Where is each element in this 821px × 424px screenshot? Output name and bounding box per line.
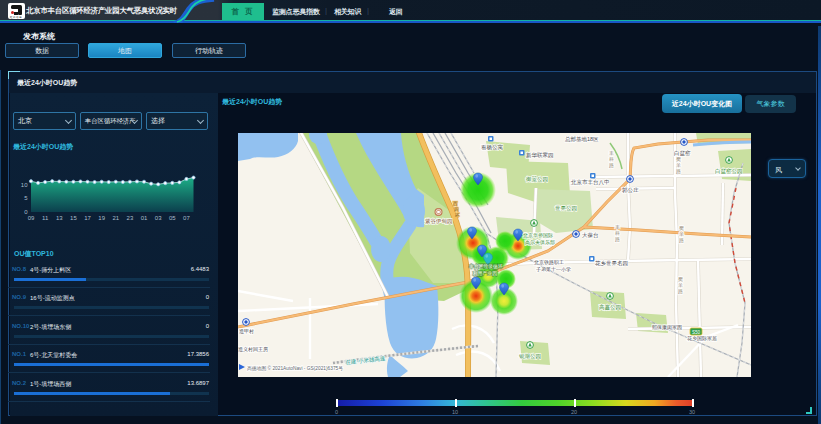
svg-text:大葆台: 大葆台: [582, 232, 599, 238]
svg-text:造甲村: 造甲村: [239, 328, 254, 335]
svg-text:路: 路: [679, 237, 684, 243]
svg-text:5: 5: [24, 195, 28, 201]
svg-text:看杨公寓: 看杨公寓: [481, 144, 504, 151]
svg-text:紫谷伊甸园: 紫谷伊甸园: [425, 218, 453, 225]
svg-text:11: 11: [42, 215, 49, 221]
svg-text:S50: S50: [692, 330, 701, 335]
svg-text:路: 路: [609, 162, 614, 168]
svg-text:花乡国际家居: 花乡国际家居: [687, 335, 717, 342]
svg-text:总部基地18区: 总部基地18区: [564, 136, 599, 143]
svg-text:15: 15: [70, 215, 77, 221]
svg-text:23: 23: [127, 215, 134, 221]
svg-text:利用产业园: 利用产业园: [473, 270, 497, 277]
svg-text:09: 09: [28, 215, 35, 221]
svg-text:路: 路: [678, 288, 683, 294]
svg-text:北京市丰台八中: 北京市丰台八中: [570, 179, 610, 186]
svg-text:路: 路: [676, 168, 681, 174]
svg-text:花乡世界名园: 花乡世界名园: [595, 260, 628, 267]
svg-text:01: 01: [141, 215, 148, 221]
svg-text:高德地图 © 2021AutoNavi - GS(2021): 高德地图 © 2021AutoNavi - GS(2021)6375号: [247, 365, 343, 372]
svg-text:白盆窑公园: 白盆窑公园: [715, 168, 743, 175]
svg-text:高尔夫俱乐部: 高尔夫俱乐部: [525, 239, 555, 246]
svg-text:御景公园: 御景公园: [525, 176, 548, 183]
svg-text:北京华侨国际: 北京华侨国际: [523, 232, 553, 239]
svg-text:07: 07: [183, 215, 190, 221]
svg-text:21: 21: [112, 215, 119, 221]
svg-text:高鑫公园: 高鑫公园: [599, 304, 621, 311]
svg-text:北京铁路职工: 北京铁路职工: [534, 259, 564, 266]
svg-text:05: 05: [169, 215, 176, 221]
svg-text:环: 环: [454, 213, 460, 218]
svg-text:世界公园: 世界公园: [555, 205, 577, 212]
svg-text:子弟第十一小学: 子弟第十一小学: [536, 266, 571, 273]
svg-text:03: 03: [155, 215, 162, 221]
svg-text:熙保康闵家园: 熙保康闵家园: [652, 324, 682, 331]
svg-text:造义村回王房: 造义村回王房: [238, 346, 268, 353]
svg-text:13: 13: [56, 215, 63, 221]
svg-text:17: 17: [84, 215, 91, 221]
svg-text:10: 10: [21, 182, 28, 188]
svg-text:银湖公园: 银湖公园: [518, 353, 541, 360]
svg-text:郭公庄: 郭公庄: [622, 187, 639, 194]
svg-text:路: 路: [615, 236, 620, 242]
svg-text:19: 19: [98, 215, 105, 221]
svg-text:新华联家园: 新华联家园: [526, 152, 554, 159]
